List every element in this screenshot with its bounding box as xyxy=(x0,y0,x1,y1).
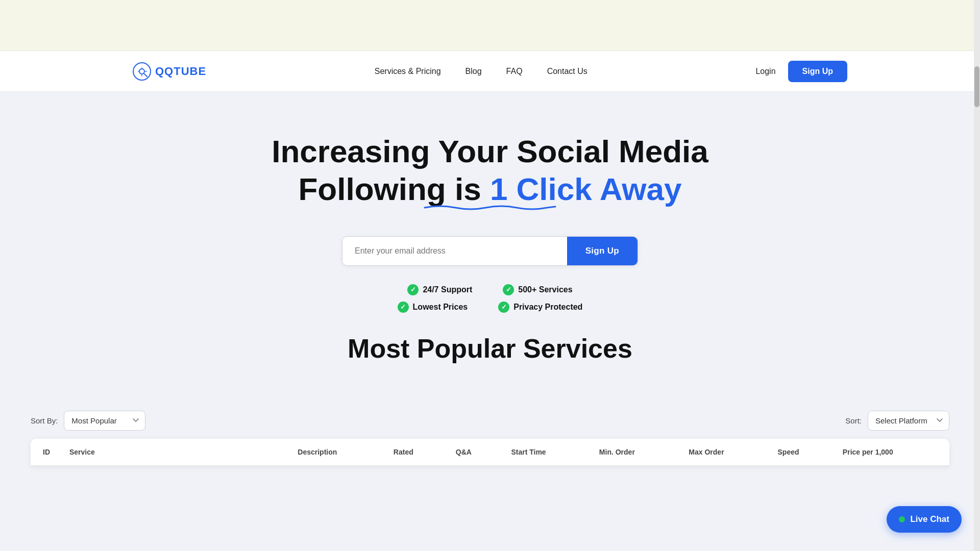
platform-select[interactable]: Select PlatformYouTubeInstagramTikTokTwi… xyxy=(868,411,949,431)
check-icon-privacy: ✓ xyxy=(498,302,509,313)
email-input-wrapper: Sign Up xyxy=(342,236,638,266)
live-chat-label: Live Chat xyxy=(910,514,949,524)
sort-by-select[interactable]: Most PopularLowest PriceHighest Rated xyxy=(64,411,145,431)
nav-contact[interactable]: Contact Us xyxy=(547,67,587,76)
th-rated: Rated xyxy=(385,439,448,466)
nav-blog[interactable]: Blog xyxy=(465,67,482,76)
nav-links: Services & Pricing Blog FAQ Contact Us xyxy=(375,67,587,76)
features-row-2: ✓ Lowest Prices ✓ Privacy Protected xyxy=(0,302,980,313)
scrollbar-thumb[interactable] xyxy=(974,66,979,107)
navbar: QQTUBE Services & Pricing Blog FAQ Conta… xyxy=(0,51,980,92)
hero-section: Increasing Your Social Media Following i… xyxy=(0,92,980,411)
hero-highlight: 1 Click Away xyxy=(490,170,682,208)
th-price: Price per 1,000 xyxy=(835,439,949,466)
logo[interactable]: QQTUBE xyxy=(133,62,206,81)
popular-section-title: Most Popular Services xyxy=(0,333,980,364)
email-input[interactable] xyxy=(342,237,567,265)
feature-services: ✓ 500+ Services xyxy=(503,284,572,295)
check-icon-services: ✓ xyxy=(503,284,514,295)
sort-by-label: Sort By: xyxy=(31,416,58,425)
th-qa: Q&A xyxy=(448,439,503,466)
th-service: Service xyxy=(61,439,289,466)
scrollbar[interactable] xyxy=(974,0,980,551)
sort-right: Sort: Select PlatformYouTubeInstagramTik… xyxy=(845,411,949,431)
features-row-1: ✓ 24/7 Support ✓ 500+ Services xyxy=(0,284,980,295)
services-table: ID Service Description Rated Q&A Start T… xyxy=(31,439,949,466)
logo-text: QQTUBE xyxy=(155,65,206,78)
feature-support-label: 24/7 Support xyxy=(423,285,472,294)
hero-title: Increasing Your Social Media Following i… xyxy=(0,133,980,212)
email-signup-button[interactable]: Sign Up xyxy=(567,237,638,265)
th-start-time: Start Time xyxy=(503,439,591,466)
live-chat-button[interactable]: Live Chat xyxy=(887,506,962,533)
th-max-order: Max Order xyxy=(680,439,769,466)
main-wrapper: QQTUBE Services & Pricing Blog FAQ Conta… xyxy=(0,51,980,551)
table-header: ID Service Description Rated Q&A Start T… xyxy=(31,439,949,466)
login-button[interactable]: Login xyxy=(755,67,775,76)
th-id: ID xyxy=(31,439,61,466)
svg-point-0 xyxy=(133,63,151,80)
th-description: Description xyxy=(289,439,385,466)
feature-privacy: ✓ Privacy Protected xyxy=(498,302,582,313)
sort-right-label: Sort: xyxy=(845,416,862,425)
feature-prices: ✓ Lowest Prices xyxy=(398,302,468,313)
check-icon-support: ✓ xyxy=(407,284,419,295)
nav-faq[interactable]: FAQ xyxy=(506,67,523,76)
email-signup-form: Sign Up xyxy=(0,236,980,266)
feature-support: ✓ 24/7 Support xyxy=(407,284,472,295)
table-controls: Sort By: Most PopularLowest PriceHighest… xyxy=(0,411,980,431)
sort-left: Sort By: Most PopularLowest PriceHighest… xyxy=(31,411,145,431)
table-header-row: ID Service Description Rated Q&A Start T… xyxy=(31,439,949,466)
logo-icon xyxy=(133,62,151,81)
top-bar xyxy=(0,0,980,51)
nav-services-pricing[interactable]: Services & Pricing xyxy=(375,67,441,76)
signup-button-nav[interactable]: Sign Up xyxy=(788,61,847,82)
live-dot xyxy=(899,516,905,522)
th-speed: Speed xyxy=(770,439,835,466)
feature-privacy-label: Privacy Protected xyxy=(513,303,582,312)
th-min-order: Min. Order xyxy=(591,439,681,466)
feature-services-label: 500+ Services xyxy=(518,285,572,294)
feature-prices-label: Lowest Prices xyxy=(413,303,468,312)
check-icon-prices: ✓ xyxy=(398,302,409,313)
nav-actions: Login Sign Up xyxy=(755,61,847,82)
